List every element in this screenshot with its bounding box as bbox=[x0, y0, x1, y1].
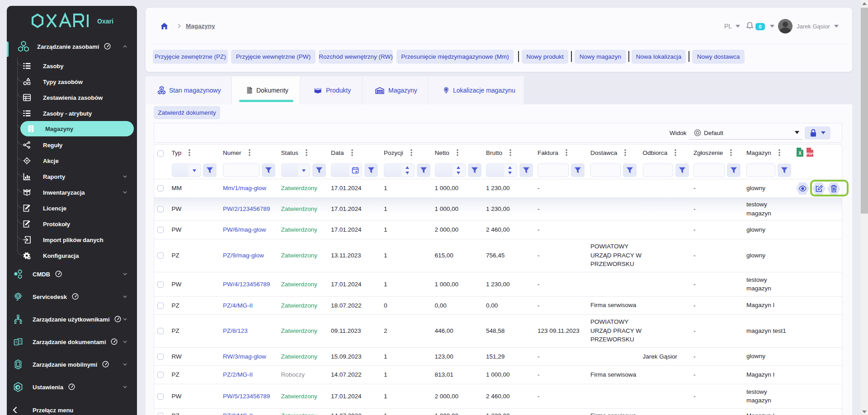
svg-text:PDF: PDF bbox=[807, 152, 813, 156]
svg-text:X: X bbox=[798, 151, 802, 156]
svg-text:Oxari: Oxari bbox=[97, 18, 113, 25]
